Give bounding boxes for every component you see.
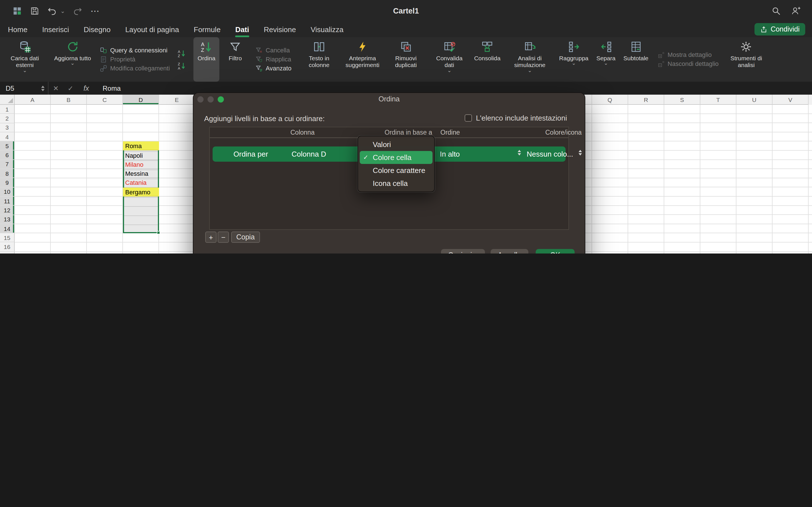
- column-header-E[interactable]: E: [159, 95, 195, 105]
- options-button[interactable]: Opzioni...: [441, 249, 485, 253]
- row-header-11[interactable]: 11: [0, 196, 15, 206]
- row-header-5[interactable]: 5: [0, 142, 15, 151]
- row-header-6[interactable]: 6: [0, 151, 15, 160]
- ribbon-tab-inserisci[interactable]: Inserisci: [42, 21, 69, 37]
- props-icon: [100, 56, 107, 63]
- share-button[interactable]: Condividi: [754, 23, 805, 36]
- ribbon-button-strumenti-di-analisi[interactable]: Strumenti di analisi: [726, 37, 767, 82]
- row-header-12[interactable]: 12: [0, 206, 15, 215]
- column-header-D[interactable]: D: [123, 95, 159, 105]
- column-header-A[interactable]: A: [15, 95, 51, 105]
- ribbon-tab-dati[interactable]: Dati: [235, 21, 249, 37]
- cell-D6[interactable]: Napoli: [123, 151, 159, 160]
- column-header-R[interactable]: R: [628, 95, 664, 105]
- column-header-C[interactable]: C: [87, 95, 123, 105]
- row-header-2[interactable]: 2: [0, 114, 15, 123]
- ribbon-tab-layout-di-pagina[interactable]: Layout di pagina: [125, 21, 179, 37]
- cancel-entry-icon[interactable]: ✕: [49, 84, 63, 92]
- menu-item-colore-carattere[interactable]: Colore carattere: [358, 164, 434, 177]
- ribbon-button-testo-in-colonne[interactable]: Testo in colonne: [299, 37, 340, 82]
- row-header-16[interactable]: 16: [0, 242, 15, 252]
- row-header-7[interactable]: 7: [0, 160, 15, 169]
- menu-item-icona-cella[interactable]: Icona cella: [358, 177, 434, 190]
- excel-window: ⌄ ⋯ Cartel1 HomeInserisciDisegnoLayout d…: [0, 0, 812, 253]
- ribbon-button-filtro[interactable]: Filtro: [222, 37, 248, 82]
- row-header-10[interactable]: 10: [0, 187, 15, 196]
- row-header-13[interactable]: 13: [0, 215, 15, 224]
- ribbon-tab-formule[interactable]: Formule: [194, 21, 220, 37]
- ribbon-button-analisi-di-simulazione[interactable]: Analisi di simulazione⌄: [509, 37, 550, 82]
- share-user-icon[interactable]: [791, 6, 801, 15]
- row-header-15[interactable]: 15: [0, 233, 15, 242]
- ribbon-tab-home[interactable]: Home: [8, 21, 28, 37]
- ribbon-button-query-connessioni[interactable]: Query & connessioni: [100, 47, 170, 54]
- redo-icon[interactable]: [73, 6, 83, 15]
- ribbon-button-ordina[interactable]: AZOrdina: [193, 37, 219, 82]
- ribbon-button-label: Carica dati esterni: [6, 55, 43, 69]
- column-header-T[interactable]: T: [700, 95, 737, 105]
- ribbon-button-subtotale[interactable]: Subtotale: [622, 37, 650, 82]
- row-header-1[interactable]: 1: [0, 105, 15, 114]
- column-header-S[interactable]: S: [664, 95, 700, 105]
- row-header-17[interactable]: 17: [0, 252, 15, 254]
- row-header-9[interactable]: 9: [0, 178, 15, 187]
- remove-level-button[interactable]: −: [218, 231, 229, 243]
- confirm-entry-icon[interactable]: ✓: [63, 84, 78, 92]
- ribbon-tab-disegno[interactable]: Disegno: [84, 21, 110, 37]
- color-select-stepper-icon[interactable]: [578, 150, 582, 156]
- ribbon-button-ordina-az[interactable]: AZ: [177, 49, 186, 58]
- name-box[interactable]: D5: [0, 82, 49, 95]
- cell-D9[interactable]: Catania: [123, 178, 159, 187]
- row-header-4[interactable]: 4: [0, 132, 15, 142]
- search-icon[interactable]: [771, 6, 781, 15]
- select-all-corner[interactable]: [0, 95, 15, 105]
- column-select[interactable]: Colonna D: [292, 150, 326, 158]
- ribbon-button-aggiorna-tutto[interactable]: Aggiorna tutto⌄: [52, 37, 93, 82]
- more-actions-icon[interactable]: ⋯: [91, 5, 100, 16]
- cell-D10[interactable]: Bergamo: [123, 187, 159, 196]
- ribbon-button-convalida-dati[interactable]: Convalida dati⌄: [429, 37, 470, 82]
- insert-function-icon[interactable]: fx: [78, 84, 95, 92]
- column-header-U[interactable]: U: [737, 95, 772, 105]
- list-has-headers-checkbox[interactable]: L'elenco include intestazioni: [465, 114, 567, 122]
- name-box-stepper-icon[interactable]: [41, 86, 45, 91]
- cell-D8[interactable]: Messina: [123, 169, 159, 178]
- column-header-V[interactable]: V: [772, 95, 809, 105]
- formula-bar-value[interactable]: Roma: [103, 84, 121, 92]
- ribbon-tab-visualizza[interactable]: Visualizza: [311, 21, 344, 37]
- ribbon-button-rimuovi-duplicati[interactable]: Rimuovi duplicati: [386, 37, 426, 82]
- ribbon-button-anteprima-suggerimenti[interactable]: Anteprima suggerimenti: [342, 37, 383, 82]
- ok-button[interactable]: OK: [536, 249, 574, 253]
- ribbon-button-ordina-za[interactable]: ZA: [177, 61, 186, 70]
- ribbon-button-consolida[interactable]: Consolida: [472, 37, 502, 82]
- ribbon-button-carica-dati-esterni[interactable]: Carica dati esterni⌄: [4, 37, 45, 82]
- menu-item-colore-cella[interactable]: ✓Colore cella: [360, 151, 433, 164]
- checkbox-icon[interactable]: [465, 114, 472, 122]
- cell-D7[interactable]: Milano: [123, 160, 159, 169]
- ribbon-button-avanzato[interactable]: Avanzato: [255, 65, 291, 72]
- undo-chevron-icon[interactable]: ⌄: [60, 8, 65, 14]
- cancel-button[interactable]: Annulla: [491, 249, 528, 253]
- app-grid-icon[interactable]: [12, 6, 22, 15]
- ribbon-button-raggruppa[interactable]: Raggruppa⌄: [557, 37, 590, 82]
- cell-D5[interactable]: Roma: [123, 142, 159, 151]
- color-select[interactable]: Nessun colo...: [527, 150, 575, 158]
- dialog-titlebar[interactable]: Ordina: [193, 93, 585, 105]
- row-header-14[interactable]: 14: [0, 224, 15, 233]
- fill-handle[interactable]: [157, 231, 160, 234]
- row-header-8[interactable]: 8: [0, 169, 15, 178]
- textcols-icon: [313, 39, 325, 53]
- ribbon-tab-revisione[interactable]: Revisione: [264, 21, 296, 37]
- order-select-stepper-icon[interactable]: [518, 150, 521, 156]
- ribbon-button-separa[interactable]: Separa⌄: [593, 37, 619, 82]
- undo-icon[interactable]: [47, 6, 57, 15]
- row-header-3[interactable]: 3: [0, 123, 15, 132]
- menu-item-valori[interactable]: Valori: [358, 138, 434, 151]
- add-level-button[interactable]: +: [205, 231, 216, 243]
- order-select[interactable]: In alto: [440, 150, 460, 158]
- dedup-icon: [400, 39, 412, 53]
- copy-level-button[interactable]: Copia: [231, 231, 260, 243]
- column-header-Q[interactable]: Q: [592, 95, 628, 105]
- save-icon[interactable]: [30, 6, 40, 15]
- column-header-B[interactable]: B: [51, 95, 87, 105]
